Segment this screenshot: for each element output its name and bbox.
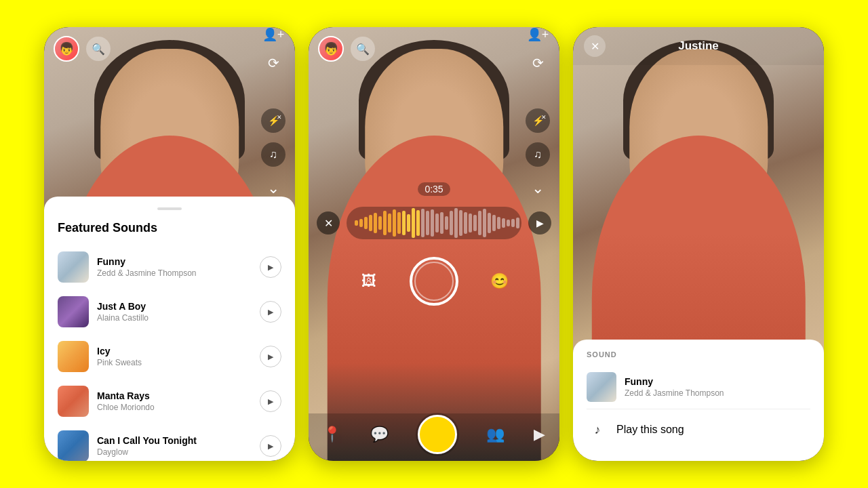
- sound-artist-justboy: Alaina Castillo: [97, 313, 252, 323]
- add-friend-button-1[interactable]: 👤+: [261, 27, 285, 47]
- top-bar-1: 👦 🔍 👤+ ⟳: [44, 27, 295, 70]
- thumb-manta: [58, 386, 89, 417]
- capture-button[interactable]: [410, 257, 458, 306]
- sound-info-justboy: Just A Boy Alaina Castillo: [97, 301, 252, 323]
- waveform-bar-7: [388, 214, 391, 232]
- waveform-bar-34: [516, 218, 519, 228]
- shutter-button[interactable]: [418, 415, 457, 454]
- sound-name-dayglow: Can I Call You Tonight: [97, 435, 252, 446]
- music-note-play-icon: ♪: [587, 419, 608, 441]
- flip-camera-button-1[interactable]: ⟳: [261, 51, 285, 75]
- flash-off-icon-2[interactable]: ⚡✕: [526, 108, 550, 133]
- sound-info-funny: Funny Zedd & Jasmine Thompson: [97, 256, 252, 278]
- waveform-bar-19: [445, 216, 448, 230]
- waveform-bar-15: [426, 211, 429, 235]
- sticker-button[interactable]: 🖼: [355, 268, 382, 295]
- waveform-bar-33: [511, 219, 515, 227]
- waveform-bar-30: [497, 217, 500, 229]
- top-bar-right-1: 👤+ ⟳: [261, 27, 285, 75]
- top-bar-left-2: 👦 🔍: [318, 36, 375, 62]
- sound-popup-artist: Zedd & Jasmine Thompson: [625, 388, 810, 398]
- sound-item-justboy[interactable]: Just A Boy Alaina Castillo ▶: [44, 289, 295, 334]
- waveform-bar-31: [502, 218, 505, 228]
- sound-popup-name: Funny: [625, 376, 810, 387]
- flash-off-icon-1[interactable]: ⚡✕: [261, 108, 285, 133]
- waveform-bar-14: [421, 209, 425, 237]
- sound-popup-label: SOUND: [573, 350, 824, 359]
- waveform-bar-1: [359, 219, 363, 227]
- sound-item-manta[interactable]: Manta Rays Chloe Moriondo ▶: [44, 379, 295, 424]
- sound-popup-info: Funny Zedd & Jasmine Thompson: [625, 376, 810, 398]
- waveform-track: [347, 207, 521, 239]
- sound-artist-dayglow: Dayglow: [97, 447, 252, 457]
- top-bar-2: 👦 🔍 👤+ ⟳: [309, 27, 559, 70]
- waveform-bar-4: [374, 213, 377, 233]
- sound-popup: SOUND Funny Zedd & Jasmine Thompson ♪ Pl…: [573, 340, 824, 461]
- top-bar-right-2: 👤+ ⟳: [526, 27, 550, 75]
- phone-panel-3: ✕ Justine 📷 Reply to Justine 🎙 😊 🃏 SOUND…: [573, 27, 824, 461]
- search-button-2[interactable]: 🔍: [351, 37, 375, 61]
- bottom-nav-2: 📍 💬 👥 ▶: [309, 413, 559, 461]
- phone-panel-2: 👦 🔍 👤+ ⟳ ⚡✕ ♫ ⌄ 0:35 ✕ ▶ 🖼: [309, 27, 559, 461]
- avatar-2[interactable]: 👦: [318, 36, 344, 62]
- waveform-bar-11: [407, 214, 410, 232]
- play-nav-icon[interactable]: ▶: [534, 426, 545, 443]
- play-manta-button[interactable]: ▶: [260, 390, 281, 412]
- play-dayglow-button[interactable]: ▶: [260, 435, 281, 457]
- play-song-row[interactable]: ♪ Play this song: [573, 409, 824, 450]
- waveform-bar-9: [397, 212, 401, 234]
- waveform-play-button[interactable]: ▶: [528, 211, 551, 235]
- sound-artist-icy: Pink Sweats: [97, 358, 252, 367]
- panel3-header: ✕ Justine: [573, 27, 824, 65]
- capture-row: 🖼 😊: [309, 257, 559, 306]
- waveform-bar-6: [383, 211, 387, 235]
- waveform-bar-16: [431, 209, 434, 237]
- add-friend-button-2[interactable]: 👤+: [526, 27, 550, 47]
- sound-artist-manta: Chloe Moriondo: [97, 403, 252, 412]
- panel3-title: Justine: [678, 39, 719, 53]
- sound-name-manta: Manta Rays: [97, 390, 252, 401]
- waveform-bar-26: [478, 211, 481, 235]
- sound-item-funny[interactable]: Funny Zedd & Jasmine Thompson ▶: [44, 245, 295, 289]
- waveform-container: 0:35 ✕ ▶ 🖼 😊: [309, 182, 559, 306]
- top-bar-left-1: 👦 🔍: [54, 36, 111, 62]
- waveform-bar-0: [355, 220, 358, 226]
- friends-nav-icon[interactable]: 👥: [486, 426, 505, 443]
- panel-handle: [157, 207, 182, 210]
- sound-popup-track[interactable]: Funny Zedd & Jasmine Thompson: [573, 365, 824, 409]
- waveform-bar-20: [450, 211, 453, 235]
- music-note-icon-1[interactable]: ♫: [261, 142, 285, 167]
- sound-info-manta: Manta Rays Chloe Moriondo: [97, 390, 252, 412]
- waveform-bar-13: [416, 210, 420, 236]
- sound-item-dayglow[interactable]: Can I Call You Tonight Dayglow ▶: [44, 424, 295, 461]
- waveform-bar-3: [369, 215, 372, 231]
- waveform-bar-5: [378, 216, 382, 230]
- waveform-bar-8: [393, 209, 396, 237]
- thumb-canIcall: [58, 430, 89, 461]
- play-icy-button[interactable]: ▶: [260, 346, 281, 367]
- waveform-bar-23: [464, 212, 467, 234]
- avatar-1[interactable]: 👦: [54, 36, 79, 62]
- music-note-icon-2[interactable]: ♫: [526, 142, 550, 167]
- waveform-cancel-button[interactable]: ✕: [317, 211, 340, 235]
- sound-item-icy[interactable]: Icy Pink Sweats ▶: [44, 334, 295, 379]
- flip-camera-button-2[interactable]: ⟳: [526, 51, 550, 75]
- sound-artist-funny: Zedd & Jasmine Thompson: [97, 268, 252, 278]
- right-icons-1: ⚡✕ ♫ ⌄: [261, 108, 285, 201]
- waveform-bar-12: [412, 208, 415, 238]
- sounds-panel-title: Featured Sounds: [44, 221, 295, 235]
- waveform-bar-32: [507, 220, 510, 226]
- play-justboy-button[interactable]: ▶: [260, 301, 281, 323]
- map-nav-icon[interactable]: 📍: [323, 426, 341, 443]
- waveform-bar-10: [402, 211, 406, 235]
- play-funny-button[interactable]: ▶: [260, 256, 281, 278]
- waveform-bar-21: [454, 208, 458, 238]
- close-button[interactable]: ✕: [584, 35, 606, 57]
- recording-time-label: 0:35: [418, 182, 450, 196]
- waveform-bar-27: [483, 209, 486, 237]
- emoji-button[interactable]: 😊: [486, 268, 513, 295]
- chat-nav-icon[interactable]: 💬: [370, 426, 389, 443]
- play-song-text: Play this song: [616, 424, 684, 436]
- search-button-1[interactable]: 🔍: [86, 37, 111, 61]
- sound-name-icy: Icy: [97, 346, 252, 357]
